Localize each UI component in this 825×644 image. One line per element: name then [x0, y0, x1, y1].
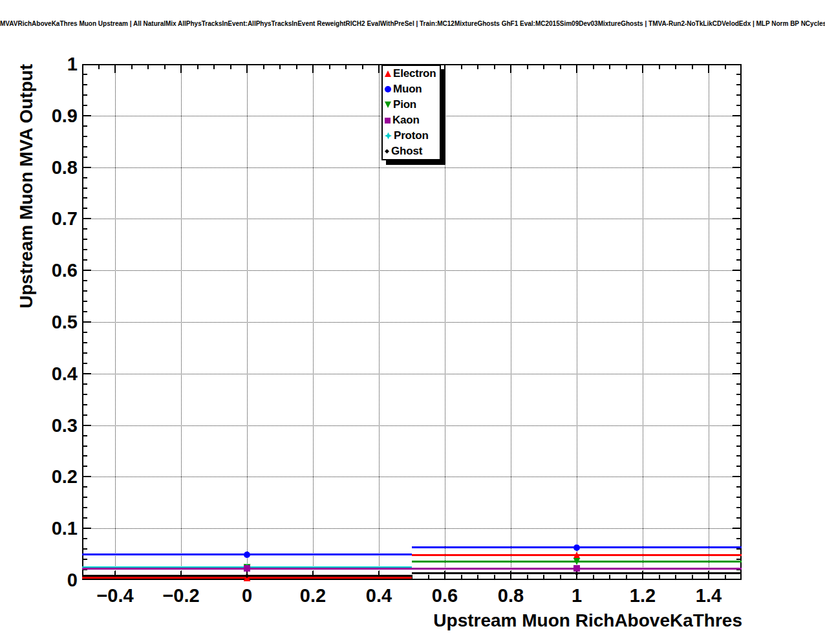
y-tick-label: 0.7	[0, 209, 78, 228]
y-tick-right	[733, 476, 742, 477]
x-tick-top	[543, 64, 544, 69]
y-tick	[82, 476, 91, 477]
y-tick	[82, 218, 91, 219]
x-tick	[543, 575, 544, 580]
chart-title: MVAVRichAboveKaThres Muon Upstream | All…	[0, 20, 825, 27]
y-tick-right	[736, 394, 742, 395]
y-tick-right	[736, 105, 742, 106]
y-tick-right	[736, 455, 742, 456]
legend-entry-pion: Pion	[385, 98, 440, 112]
x-tick-top	[477, 64, 478, 69]
y-tick	[82, 84, 87, 85]
y-tick	[82, 373, 91, 374]
y-tick-right	[733, 321, 742, 323]
tmva-mva-output-chart: MVAVRichAboveKaThres Muon Upstream | All…	[0, 0, 825, 644]
gridline-y	[82, 322, 742, 323]
y-tick	[82, 466, 87, 467]
x-tick	[461, 575, 462, 580]
muon-marker	[244, 552, 250, 558]
y-tick	[82, 497, 87, 498]
x-tick-top	[642, 64, 643, 73]
y-tick-right	[733, 218, 742, 219]
y-tick	[82, 228, 87, 230]
x-tick-top	[494, 64, 495, 69]
y-tick-right	[733, 373, 742, 374]
x-tick-top	[180, 64, 182, 73]
y-tick	[82, 301, 87, 302]
pion-legend-marker-icon	[385, 102, 391, 108]
y-tick	[82, 538, 87, 539]
x-tick-top	[279, 64, 281, 69]
y-tick-right	[736, 445, 742, 447]
x-tick-top	[362, 64, 363, 69]
x-tick-label: −0.4	[96, 586, 133, 605]
y-tick	[82, 115, 91, 116]
x-tick-top	[345, 64, 347, 69]
y-tick	[82, 404, 87, 405]
x-tick-top	[263, 64, 264, 69]
legend-label: Ghost	[391, 145, 422, 158]
ghost-legend-marker-icon	[385, 149, 389, 154]
y-tick	[82, 249, 87, 250]
x-tick	[725, 575, 726, 580]
x-tick-top	[98, 64, 100, 69]
y-tick	[82, 311, 87, 312]
y-tick-right	[736, 363, 742, 364]
y-tick	[82, 208, 87, 209]
x-tick-top	[378, 64, 380, 73]
y-tick-right	[736, 249, 742, 250]
y-tick-right	[736, 188, 742, 189]
electron-legend-marker-icon	[385, 70, 391, 77]
y-tick	[82, 197, 87, 199]
legend-entry-proton: Proton	[385, 129, 440, 143]
legend-label: Kaon	[392, 114, 420, 127]
y-tick-right	[736, 177, 742, 178]
x-tick-label: −0.2	[162, 586, 199, 605]
y-tick-right	[736, 197, 742, 199]
y-tick	[82, 136, 87, 137]
y-tick-right	[736, 74, 742, 75]
muon-marker	[573, 544, 580, 551]
y-tick	[82, 363, 87, 364]
y-tick-right	[733, 115, 742, 116]
y-tick-right	[736, 486, 742, 488]
y-tick	[82, 146, 87, 147]
y-tick-label: 0.3	[0, 416, 78, 435]
x-tick-top	[164, 64, 166, 69]
y-tick-right	[736, 352, 742, 354]
y-tick-right	[736, 290, 742, 292]
x-tick	[692, 575, 693, 580]
y-tick-right	[736, 94, 742, 96]
x-tick-top	[213, 64, 215, 69]
x-tick-top	[560, 64, 561, 69]
y-tick	[82, 435, 87, 436]
x-tick-top	[461, 64, 462, 69]
x-tick-top	[593, 64, 594, 69]
x-tick-label: 0.4	[366, 586, 392, 605]
y-tick-right	[733, 425, 742, 426]
y-tick	[82, 125, 87, 127]
x-tick-label: 1	[572, 586, 582, 605]
y-tick	[82, 383, 87, 385]
x-tick	[527, 575, 528, 580]
x-tick	[428, 575, 429, 580]
y-tick-right	[736, 466, 742, 467]
x-tick-top	[444, 64, 445, 73]
y-tick	[82, 167, 91, 168]
y-tick-right	[736, 311, 742, 312]
y-tick-right	[736, 342, 742, 343]
x-tick-label: 1.2	[630, 586, 656, 605]
proton-legend-marker-icon	[385, 133, 392, 140]
y-tick	[82, 559, 87, 560]
y-tick-right	[733, 167, 742, 168]
y-tick-right	[736, 280, 742, 281]
x-tick	[659, 575, 660, 580]
muon-legend-marker-icon	[385, 86, 391, 92]
y-tick-right	[736, 538, 742, 539]
x-tick-top	[626, 64, 627, 69]
y-tick	[82, 177, 87, 178]
legend-box: ElectronMuonPionKaonProtonGhost	[381, 65, 441, 160]
y-tick	[82, 517, 87, 519]
y-tick-label: 0	[0, 570, 78, 590]
y-tick	[82, 486, 87, 488]
